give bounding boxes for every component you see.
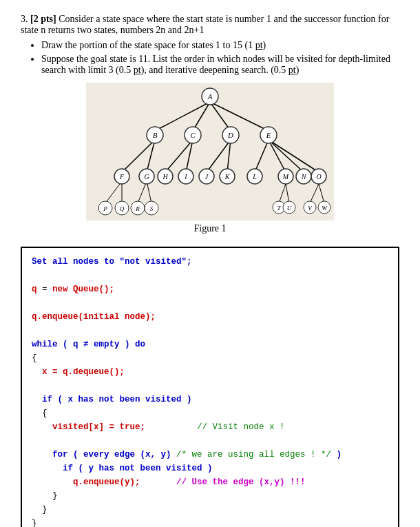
svg-text:D: D [227, 131, 233, 139]
q-number: 3. [21, 14, 28, 24]
svg-text:S: S [150, 205, 154, 212]
svg-text:M: M [282, 173, 289, 180]
code-line-blank1 [32, 269, 388, 282]
svg-text:U: U [287, 205, 292, 211]
code-line-15: } [32, 517, 388, 527]
q-pts: [2 pts] [30, 14, 56, 24]
code-line-blank3 [32, 324, 388, 338]
figure1-caption: Figure 1 [193, 223, 226, 234]
code-line-7: if ( x has not been visited ) [32, 393, 388, 406]
code-line-1: Set all nodes to "not visited"; [32, 255, 388, 269]
svg-text:B: B [153, 131, 158, 139]
question-number: 3. [2 pts] Consider a state space where … [21, 14, 399, 36]
code-line-4: while ( q ≠ empty ) do [32, 338, 388, 351]
question-block: 3. [2 pts] Consider a state space where … [21, 14, 399, 527]
svg-text:F: F [119, 173, 125, 180]
code-line-13: } [32, 489, 388, 503]
code-line-14: } [32, 503, 388, 517]
code-line-11: if ( y has not been visited ) [32, 462, 388, 475]
svg-text:J: J [205, 173, 209, 180]
svg-text:L: L [252, 173, 257, 180]
svg-text:E: E [266, 131, 271, 139]
code-line-10: for ( every edge (x, y) /* we are using … [32, 448, 388, 462]
tree-diagram: A B C D E F G H I J K L [86, 83, 334, 220]
svg-text:O: O [316, 173, 321, 180]
svg-text:C: C [190, 131, 196, 139]
svg-text:G: G [144, 173, 149, 180]
bullet-2: Suppose the goal state is 11. List the o… [41, 54, 399, 76]
code-block: Set all nodes to "not visited"; q = new … [21, 247, 399, 527]
code-line-blank4 [32, 379, 388, 393]
svg-text:Q: Q [120, 205, 125, 212]
code-line-5: { [32, 351, 388, 365]
code-line-blank2 [32, 296, 388, 310]
code-line-3: q.enqueue(initial node); [32, 310, 388, 324]
svg-text:R: R [135, 205, 140, 212]
figure1-container: A B C D E F G H I J K L [21, 83, 399, 240]
svg-text:N: N [301, 173, 307, 180]
q-text: Consider a state space where the start s… [21, 14, 389, 35]
code-line-12: q.enqueue(y); // Use the edge (x,y) !!! [32, 475, 388, 489]
code-line-6: x = q.dequeue(); [32, 365, 388, 379]
code-line-blank5 [32, 434, 388, 448]
svg-text:H: H [162, 173, 168, 180]
bullet-1: Draw the portion of the state space for … [41, 40, 399, 51]
svg-text:A: A [207, 92, 213, 101]
svg-text:K: K [224, 173, 231, 180]
svg-text:P: P [103, 205, 107, 212]
bullet-list: Draw the portion of the state space for … [41, 40, 399, 76]
code-line-8: { [32, 406, 388, 420]
code-line-9: visited[x] = true; // Visit node x ! [32, 420, 388, 434]
svg-text:I: I [184, 173, 187, 180]
code-line-2: q = new Queue(); [32, 282, 388, 296]
